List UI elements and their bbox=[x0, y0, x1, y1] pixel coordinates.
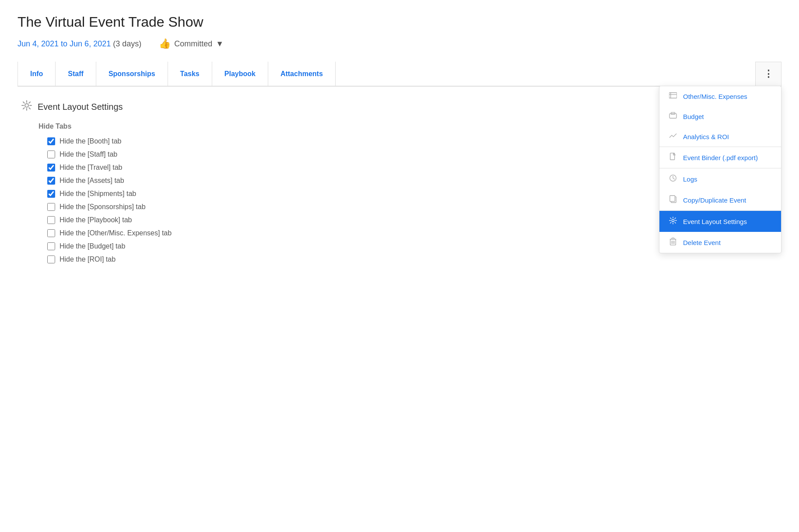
svg-rect-5 bbox=[670, 153, 675, 160]
tab-playbook[interactable]: Playbook bbox=[212, 62, 268, 86]
copy-icon bbox=[668, 195, 678, 205]
event-meta: Jun 4, 2021 to Jun 6, 2021 (3 days) 👍 Co… bbox=[18, 36, 781, 51]
dropdown-item-budget[interactable]: Budget bbox=[659, 106, 781, 126]
dropdown-item-event-binder[interactable]: Event Binder (.pdf export) bbox=[659, 147, 781, 168]
more-menu-button[interactable]: ⋮ bbox=[755, 62, 781, 86]
budget-icon bbox=[668, 112, 678, 121]
clock-icon bbox=[668, 174, 678, 184]
checkbox-booth-label[interactable]: Hide the [Booth] tab bbox=[60, 137, 121, 145]
more-menu-wrapper: ⋮ Other/Misc. Expenses bbox=[755, 62, 781, 86]
days-label: (3 days) bbox=[113, 39, 141, 48]
event-layout-label: Event Layout Settings bbox=[683, 218, 747, 225]
tab-info[interactable]: Info bbox=[18, 62, 56, 86]
checkbox-shipments-label[interactable]: Hide the [Shipments] tab bbox=[60, 190, 136, 198]
chart-icon bbox=[668, 132, 678, 141]
checkbox-staff-input[interactable] bbox=[47, 150, 55, 158]
checkbox-misc-expenses-input[interactable] bbox=[47, 229, 55, 237]
checkbox-booth-input[interactable] bbox=[47, 137, 55, 145]
checkbox-roi-input[interactable] bbox=[47, 256, 55, 263]
analytics-label: Analytics & ROI bbox=[683, 133, 729, 140]
chevron-down-icon: ▼ bbox=[216, 39, 224, 49]
checkbox-misc-expenses-label[interactable]: Hide the [Other/Misc. Expenses] tab bbox=[60, 229, 172, 237]
checkbox-shipments-input[interactable] bbox=[47, 190, 55, 198]
event-dates: Jun 4, 2021 to Jun 6, 2021 (3 days) bbox=[18, 39, 141, 49]
copy-event-label: Copy/Duplicate Event bbox=[683, 196, 746, 204]
dropdown-section-1: Other/Misc. Expenses Budget bbox=[659, 86, 781, 147]
budget-label: Budget bbox=[683, 113, 704, 120]
checkbox-sponsorships-input[interactable] bbox=[47, 203, 55, 211]
checkbox-playbook-label[interactable]: Hide the [Playbook] tab bbox=[60, 216, 132, 224]
dropdown-item-delete-event[interactable]: Delete Event bbox=[659, 232, 781, 253]
event-binder-label: Event Binder (.pdf export) bbox=[683, 154, 758, 161]
section-title: Event Layout Settings bbox=[38, 102, 123, 112]
dropdown-item-misc-expenses[interactable]: Other/Misc. Expenses bbox=[659, 86, 781, 106]
checkbox-assets-input[interactable] bbox=[47, 177, 55, 185]
tab-sponsorships[interactable]: Sponsorships bbox=[96, 62, 168, 86]
section-gear-icon bbox=[21, 100, 32, 114]
svg-rect-0 bbox=[669, 93, 677, 98]
dropdown-menu: Other/Misc. Expenses Budget bbox=[659, 86, 781, 253]
dropdown-section-3: Logs Copy/Duplicate Event bbox=[659, 168, 781, 211]
pdf-icon bbox=[668, 153, 678, 162]
dropdown-item-copy-event[interactable]: Copy/Duplicate Event bbox=[659, 189, 781, 210]
svg-point-10 bbox=[672, 219, 674, 221]
checkbox-playbook-input[interactable] bbox=[47, 216, 55, 224]
checkbox-travel-input[interactable] bbox=[47, 164, 55, 172]
checkbox-roi-label[interactable]: Hide the [ROI] tab bbox=[60, 256, 116, 263]
misc-expenses-label: Other/Misc. Expenses bbox=[683, 93, 747, 100]
dropdown-item-analytics[interactable]: Analytics & ROI bbox=[659, 126, 781, 147]
thumbs-up-icon: 👍 bbox=[159, 38, 171, 49]
checkbox-assets-label[interactable]: Hide the [Assets] tab bbox=[60, 177, 124, 185]
svg-rect-9 bbox=[670, 196, 675, 201]
tabs-bar: Info Staff Sponsorships Tasks Playbook A… bbox=[18, 62, 781, 87]
tab-staff[interactable]: Staff bbox=[56, 62, 96, 86]
checkbox-budget-input[interactable] bbox=[47, 242, 55, 250]
page-title: The Virtual Event Trade Show bbox=[18, 14, 781, 30]
date-range: Jun 4, 2021 to Jun 6, 2021 bbox=[18, 39, 111, 48]
dropdown-section-2: Event Binder (.pdf export) bbox=[659, 147, 781, 168]
checkbox-travel-label[interactable]: Hide the [Travel] tab bbox=[60, 164, 122, 172]
svg-point-19 bbox=[25, 104, 28, 107]
trash-icon bbox=[668, 238, 678, 247]
committed-label: Committed bbox=[174, 39, 212, 49]
dropdown-section-4: Event Layout Settings bbox=[659, 211, 781, 253]
checkbox-roi: Hide the [ROI] tab bbox=[47, 256, 778, 263]
dropdown-item-event-layout[interactable]: Event Layout Settings bbox=[659, 211, 781, 232]
checkbox-budget-label[interactable]: Hide the [Budget] tab bbox=[60, 242, 125, 250]
gear-icon bbox=[668, 217, 678, 226]
checkbox-staff-label[interactable]: Hide the [Staff] tab bbox=[60, 150, 117, 158]
checkbox-sponsorships-label[interactable]: Hide the [Sponsorships] tab bbox=[60, 203, 146, 211]
tab-tasks[interactable]: Tasks bbox=[168, 62, 212, 86]
logs-label: Logs bbox=[683, 175, 697, 183]
committed-button[interactable]: 👍 Committed ▼ bbox=[155, 36, 227, 51]
dollar-icon bbox=[668, 92, 678, 101]
dropdown-item-logs[interactable]: Logs bbox=[659, 168, 781, 189]
delete-event-label: Delete Event bbox=[683, 239, 721, 246]
tab-attachments[interactable]: Attachments bbox=[268, 62, 336, 86]
